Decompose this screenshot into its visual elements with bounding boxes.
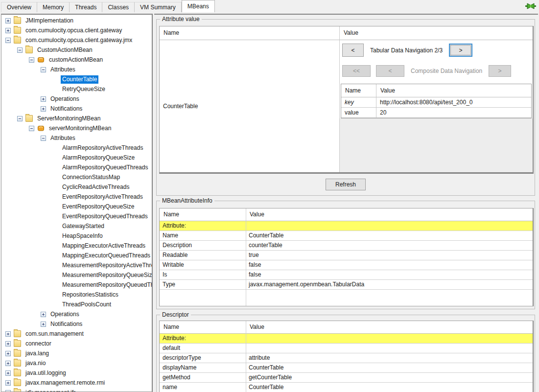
tab-mbeans[interactable]: MBeans: [182, 0, 215, 12]
tree-node[interactable]: CustomActionMBean: [1, 45, 152, 55]
table-row[interactable]: nameCounterTable: [160, 383, 533, 392]
tree-node[interactable]: MappingExecutorQueuedThreads: [1, 251, 152, 260]
tab-bar: Overview Memory Threads Classes VM Summa…: [0, 0, 539, 12]
expand-icon[interactable]: [5, 331, 11, 337]
collapse-icon[interactable]: [41, 67, 46, 72]
tree-node[interactable]: AlarmRepositoryQueueSize: [1, 153, 152, 162]
tabular-prev-button[interactable]: <: [342, 44, 364, 57]
column-header-name[interactable]: Name: [160, 208, 246, 221]
table-row[interactable]: Typejavax.management.openmbean.TabularDa…: [160, 280, 533, 290]
tree-node[interactable]: AlarmRepositoryActiveThreads: [1, 143, 152, 153]
tree-node[interactable]: serverMonitoringMBean: [1, 123, 152, 133]
tree-node[interactable]: javax.management.remote.rmi: [1, 378, 152, 388]
expand-icon[interactable]: [41, 96, 46, 102]
tree-node[interactable]: MeasurementRepositoryQueuedThreads: [1, 280, 152, 290]
expand-icon[interactable]: [5, 28, 11, 33]
folder-icon: [14, 340, 21, 347]
tree-node[interactable]: Notifications: [1, 104, 152, 114]
collapse-icon[interactable]: [41, 136, 46, 141]
tabular-next-button[interactable]: >: [449, 44, 472, 57]
tree-node[interactable]: GatewayStarted: [1, 221, 152, 231]
tab-overview[interactable]: Overview: [1, 2, 37, 12]
tree-node[interactable]: EventRepositoryQueueSize: [1, 202, 152, 211]
tree-node[interactable]: com.cumulocity.opcua.client.gateway.jmx: [1, 35, 152, 45]
expand-icon[interactable]: [5, 370, 11, 376]
tree-node[interactable]: EventRepositoryActiveThreads: [1, 192, 152, 202]
tree-node[interactable]: ServerMonitoringMBean: [1, 114, 152, 123]
tree-node[interactable]: com.sun.management: [1, 329, 152, 339]
tree-node[interactable]: Attributes: [1, 133, 152, 143]
tree-node[interactable]: Operations: [1, 94, 152, 104]
table-row[interactable]: default: [160, 344, 533, 353]
collapse-icon[interactable]: [17, 47, 23, 53]
tree-node[interactable]: EventRepositoryQueuedThreads: [1, 211, 152, 221]
expand-icon[interactable]: [5, 361, 11, 366]
tree-node[interactable]: HeapSpaceInfo: [1, 231, 152, 241]
expand-icon[interactable]: [5, 18, 11, 23]
tree-node[interactable]: com.cumulocity.opcua.client.gateway: [1, 25, 152, 35]
collapse-icon[interactable]: [17, 116, 23, 121]
expand-icon[interactable]: [5, 380, 11, 386]
table-row[interactable]: Attribute:: [160, 334, 533, 344]
column-header-value[interactable]: Value: [340, 26, 533, 40]
table-row[interactable]: Writablefalse: [160, 260, 533, 270]
tree-node[interactable]: RetryQueueSize: [1, 84, 152, 94]
tree-node[interactable]: MeasurementRepositoryQueueSize: [1, 270, 152, 280]
column-header-value[interactable]: Value: [246, 208, 533, 221]
tree-node[interactable]: MeasurementRepositoryActiveThreads: [1, 260, 152, 270]
tree-node[interactable]: connector: [1, 339, 152, 348]
tree-node[interactable]: java.util.logging: [1, 368, 152, 378]
tree-node-label: RepositoriesStatistics: [61, 291, 120, 299]
column-header-name[interactable]: Name: [160, 26, 340, 40]
column-header-name[interactable]: Name: [160, 321, 246, 333]
composite-nav-label: Composite Data Navigation: [411, 68, 482, 74]
tree-node[interactable]: customActionMBean: [1, 55, 152, 65]
collapse-icon[interactable]: [5, 38, 11, 43]
tree-node[interactable]: Operations: [1, 309, 152, 319]
tree-node[interactable]: java.nio: [1, 358, 152, 368]
folder-icon: [14, 389, 21, 392]
table-row[interactable]: keyhttp://localhost:8080/api/test_200_0: [341, 97, 531, 108]
tree-node[interactable]: AlarmRepositoryQueuedThreads: [1, 162, 152, 172]
tree-node[interactable]: Attributes: [1, 65, 152, 74]
tree-node[interactable]: ThreadPoolsCount: [1, 300, 152, 309]
tree-node[interactable]: Notifications: [1, 319, 152, 329]
table-row[interactable]: displayNameCounterTable: [160, 363, 533, 373]
tabular-column-name[interactable]: Name: [341, 84, 376, 97]
table-row[interactable]: descriptorTypeattribute: [160, 353, 533, 363]
tree-node[interactable]: JMImplementation: [1, 16, 152, 25]
table-row[interactable]: Isfalse: [160, 270, 533, 280]
expand-icon[interactable]: [5, 351, 11, 356]
tree-node[interactable]: RepositoriesStatistics: [1, 290, 152, 300]
table-row[interactable]: Attribute:: [160, 221, 533, 231]
collapse-icon[interactable]: [29, 57, 34, 63]
tab-memory[interactable]: Memory: [37, 2, 70, 12]
column-header-value[interactable]: Value: [246, 321, 533, 333]
connection-status-icon[interactable]: [525, 2, 536, 10]
tree-node[interactable]: MappingExecutorActiveThreads: [1, 241, 152, 251]
table-row[interactable]: DescriptioncounterTable: [160, 241, 533, 251]
refresh-button[interactable]: Refresh: [326, 179, 366, 190]
indent-spacer: [52, 175, 58, 180]
expand-icon[interactable]: [5, 390, 11, 392]
tab-threads[interactable]: Threads: [70, 2, 102, 12]
table-row[interactable]: Readabletrue: [160, 251, 533, 260]
tree-node[interactable]: ConnectionStatusMap: [1, 172, 152, 182]
table-row[interactable]: NameCounterTable: [160, 231, 533, 241]
tree-node[interactable]: CyclicReadActiveThreads: [1, 182, 152, 192]
expand-icon[interactable]: [41, 312, 46, 317]
folder-icon: [14, 37, 21, 44]
attribute-name-cell[interactable]: CounterTable: [160, 40, 340, 172]
tree-node[interactable]: CounterTable: [1, 74, 152, 84]
expand-icon[interactable]: [41, 106, 46, 112]
expand-icon[interactable]: [41, 322, 46, 327]
table-row[interactable]: value20: [341, 108, 531, 118]
expand-icon[interactable]: [5, 341, 11, 346]
tab-vm-summary[interactable]: VM Summary: [135, 2, 182, 12]
tree-node[interactable]: jdk.management.jfr: [1, 388, 152, 392]
table-row[interactable]: getMethodgetCounterTable: [160, 373, 533, 383]
collapse-icon[interactable]: [29, 126, 34, 131]
tab-classes[interactable]: Classes: [102, 2, 135, 12]
tree-node[interactable]: java.lang: [1, 348, 152, 358]
tabular-column-value[interactable]: Value: [376, 84, 531, 97]
